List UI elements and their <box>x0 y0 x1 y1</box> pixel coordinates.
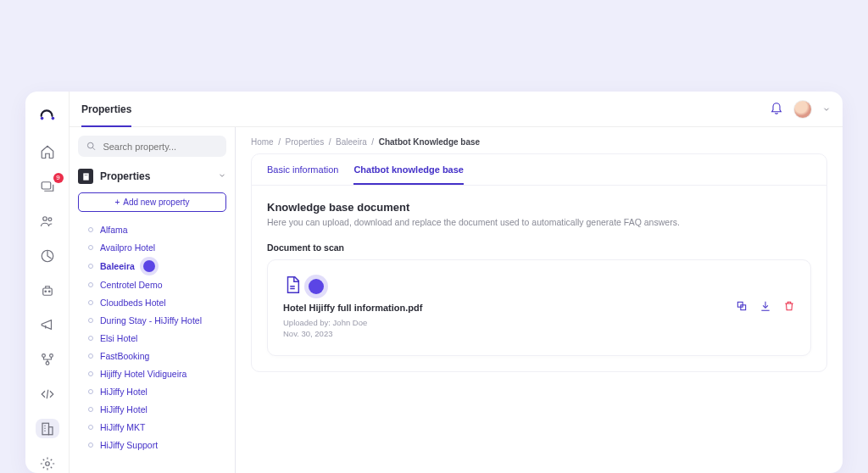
svg-point-0 <box>40 117 43 120</box>
property-label: Baleeira <box>100 261 135 271</box>
properties-list: Alfama Availpro Hotel Baleeira Centrotel… <box>78 220 226 454</box>
nav-properties-icon[interactable] <box>36 419 59 438</box>
crumb-current: Chatbot Knowledge base <box>379 137 480 147</box>
nav-rail: 9 <box>25 92 70 473</box>
user-avatar[interactable] <box>793 100 812 119</box>
property-item[interactable]: Availpro Hotel <box>78 238 226 256</box>
topbar-title: Properties <box>81 103 131 127</box>
bell-icon[interactable] <box>770 101 783 118</box>
property-label: Cloudbeds Hotel <box>100 298 166 308</box>
property-label: Alfama <box>100 225 128 235</box>
svg-rect-19 <box>737 302 743 307</box>
file-icon <box>283 275 302 298</box>
inbox-badge: 9 <box>53 173 64 183</box>
crumb-properties[interactable]: Properties <box>286 137 325 147</box>
property-item[interactable]: Cloudbeds Hotel <box>78 293 226 311</box>
chevron-down-icon <box>218 170 226 182</box>
nav-campaigns-icon[interactable] <box>36 315 59 335</box>
property-item[interactable]: HiJiffy Support <box>78 436 226 454</box>
content-card: Basic information Chatbot knowledge base… <box>251 153 827 372</box>
svg-point-1 <box>51 117 54 120</box>
app-window: 9 Properties <box>25 92 843 473</box>
property-item[interactable]: Hijiffy Hotel Vidigueira <box>78 364 226 382</box>
delete-icon[interactable] <box>783 300 795 315</box>
nav-integrations-icon[interactable] <box>36 350 59 370</box>
tab-basic-information[interactable]: Basic information <box>267 164 338 185</box>
svg-point-7 <box>45 291 47 292</box>
svg-rect-17 <box>85 175 86 175</box>
property-label: Centrotel Demo <box>100 280 163 290</box>
add-property-label: Add new property <box>123 198 189 207</box>
property-item[interactable]: HiJiffy Hotel <box>78 382 226 400</box>
svg-rect-16 <box>83 173 88 180</box>
crumb-property[interactable]: Baleeira <box>336 137 367 147</box>
property-label: FastBooking <box>100 351 149 361</box>
user-menu-chevron-icon[interactable] <box>822 102 831 117</box>
document-row: Hotel Hijiffy full information.pdf Uploa… <box>267 259 811 356</box>
document-meta: Uploaded by: John Doe Nov. 30, 2023 <box>283 318 422 340</box>
kb-section-label: Document to scan <box>267 242 811 253</box>
svg-rect-20 <box>741 305 746 310</box>
main-panel: Home / Properties / Baleeira / Chatbot K… <box>236 127 843 473</box>
property-label: HiJiffy MKT <box>100 422 145 432</box>
kb-subtitle: Here you can upload, download and replac… <box>267 217 811 227</box>
svg-point-9 <box>42 354 45 358</box>
breadcrumb: Home / Properties / Baleeira / Chatbot K… <box>251 137 827 147</box>
svg-point-14 <box>45 461 49 465</box>
svg-rect-2 <box>42 182 51 189</box>
document-name: Hotel Hijiffy full information.pdf <box>283 303 422 313</box>
document-date: Nov. 30, 2023 <box>283 329 422 340</box>
property-item[interactable]: HiJiffy MKT <box>78 418 226 436</box>
tabs: Basic information Chatbot knowledge base <box>252 154 826 186</box>
svg-point-15 <box>87 142 93 148</box>
nav-automations-icon[interactable] <box>36 281 59 300</box>
highlight-pulse-icon <box>309 279 324 294</box>
search-input[interactable] <box>103 142 218 152</box>
panel-heading-label: Properties <box>100 170 150 182</box>
property-item[interactable]: During Stay - HiJiffy Hotel <box>78 311 226 329</box>
svg-rect-6 <box>42 288 52 295</box>
property-item-selected[interactable]: Baleeira <box>78 256 226 275</box>
property-label: Hijiffy Hotel Vidigueira <box>100 369 186 379</box>
property-label: During Stay - HiJiffy Hotel <box>100 315 202 326</box>
plus-icon: + <box>114 198 120 207</box>
panel-heading[interactable]: Properties <box>78 169 226 184</box>
property-item[interactable]: Elsi Hotel <box>78 329 226 347</box>
document-uploader: Uploaded by: John Doe <box>283 318 422 329</box>
svg-point-8 <box>48 291 50 292</box>
download-icon[interactable] <box>760 300 771 315</box>
property-label: HiJiffy Hotel <box>100 404 147 415</box>
building-icon <box>78 169 93 184</box>
svg-point-11 <box>46 362 49 365</box>
properties-sidepanel: Properties + Add new property Alfama Ava… <box>70 127 236 473</box>
nav-code-icon[interactable] <box>36 385 59 404</box>
property-item[interactable]: HiJiffy Hotel <box>78 400 226 418</box>
search-icon <box>86 141 96 152</box>
property-item[interactable]: Alfama <box>78 220 226 238</box>
svg-rect-18 <box>86 175 86 175</box>
property-label: Availpro Hotel <box>100 242 155 253</box>
brand-logo-icon <box>38 105 57 127</box>
nav-analytics-icon[interactable] <box>36 246 59 265</box>
svg-rect-12 <box>42 423 49 435</box>
nav-home-icon[interactable] <box>36 142 59 162</box>
svg-point-10 <box>49 354 53 358</box>
nav-inbox-icon[interactable]: 9 <box>36 177 59 197</box>
nav-contacts-icon[interactable] <box>36 212 59 231</box>
property-item[interactable]: Centrotel Demo <box>78 275 226 293</box>
property-label: Elsi Hotel <box>100 333 137 343</box>
svg-point-4 <box>48 218 52 221</box>
search-input-wrap[interactable] <box>78 136 226 157</box>
tab-knowledge-base[interactable]: Chatbot knowledge base <box>353 164 464 185</box>
kb-title: Knowledge base document <box>267 201 811 214</box>
replace-icon[interactable] <box>736 300 748 315</box>
property-item[interactable]: FastBooking <box>78 347 226 364</box>
property-label: HiJiffy Hotel <box>100 387 147 397</box>
add-property-button[interactable]: + Add new property <box>78 192 226 212</box>
content-area: Properties Properties <box>70 92 843 473</box>
svg-point-3 <box>42 217 47 221</box>
nav-settings-icon[interactable] <box>36 454 59 473</box>
property-label: HiJiffy Support <box>100 440 158 450</box>
crumb-home[interactable]: Home <box>251 137 274 147</box>
svg-rect-13 <box>48 427 53 435</box>
